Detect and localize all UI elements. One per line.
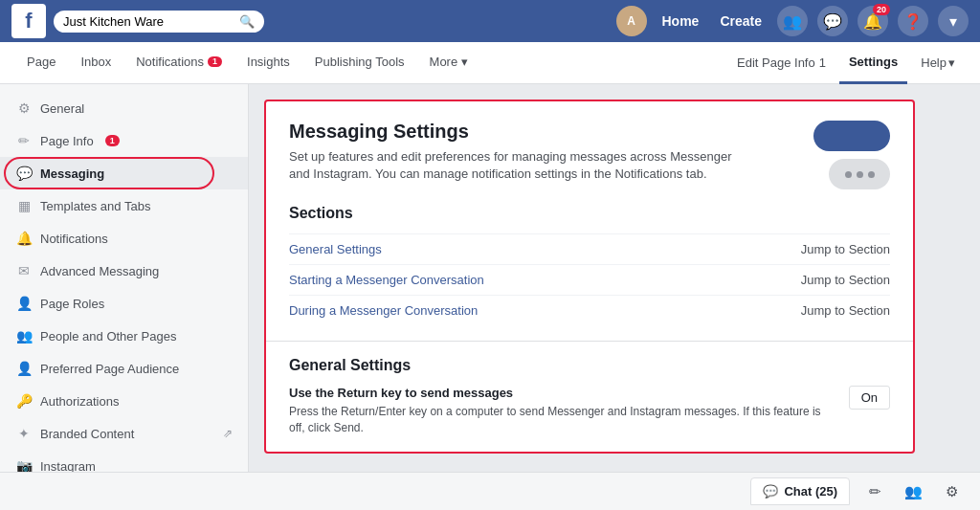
- gear-icon: ⚙: [15, 100, 33, 116]
- jump-starting-link[interactable]: Jump to Section: [801, 273, 890, 287]
- sidebar-item-label: Page Info: [40, 134, 94, 148]
- header-text: Messaging Settings Set up features and e…: [289, 121, 748, 183]
- friends-icon-btn[interactable]: 👥: [777, 6, 808, 36]
- messenger-icon-btn[interactable]: 💬: [817, 6, 848, 36]
- dot-3: [868, 171, 875, 178]
- nav-insights-label: Insights: [247, 55, 290, 68]
- footer-settings-icon-btn[interactable]: ⚙: [938, 478, 965, 505]
- page-nav-left: Page Inbox Notifications 1 Insights Publ…: [15, 42, 727, 84]
- page-nav-right: Edit Page Info 1 Settings Help ▾: [727, 42, 965, 84]
- sidebar-item-label: Messaging: [40, 166, 104, 181]
- nav-create[interactable]: Create: [714, 11, 768, 31]
- footer-edit-icon-btn[interactable]: ✏: [861, 478, 888, 505]
- jump-during-link[interactable]: Jump to Section: [801, 303, 890, 318]
- help-btn[interactable]: Help ▾: [911, 48, 965, 78]
- sidebar-item-label: Advanced Messaging: [40, 264, 159, 278]
- sidebar-item-notifications[interactable]: 🔔 Notifications: [0, 222, 248, 255]
- section-general-link[interactable]: General Settings: [289, 242, 382, 256]
- nav-page-label: Page: [27, 55, 56, 68]
- settings-btn[interactable]: Settings: [839, 42, 907, 84]
- notifications-icon-btn[interactable]: 🔔 20: [858, 6, 888, 36]
- nav-inbox[interactable]: Inbox: [69, 42, 122, 84]
- nav-page[interactable]: Page: [15, 42, 67, 84]
- setting-info: Use the Return key to send messages Pres…: [289, 386, 834, 436]
- question-mark-icon: ❓: [903, 12, 923, 31]
- page-navigation: Page Inbox Notifications 1 Insights Publ…: [0, 42, 980, 84]
- footer: 💬 Chat (25) ✏ 👥 ⚙: [0, 472, 980, 510]
- nav-insights[interactable]: Insights: [235, 42, 301, 84]
- sidebar-item-label: Page Roles: [40, 297, 104, 311]
- sidebar-item-branded-content[interactable]: ✦ Branded Content ⇗: [0, 417, 248, 450]
- chat-button[interactable]: 💬 Chat (25): [750, 477, 850, 505]
- notifications-nav-badge: 1: [208, 56, 222, 67]
- messaging-settings-description: Set up features and edit preferences for…: [289, 148, 748, 183]
- settings-label: Settings: [849, 55, 898, 69]
- edit-page-info-badge: 1: [819, 55, 826, 70]
- nav-inbox-label: Inbox: [80, 55, 111, 68]
- nav-notifications[interactable]: Notifications 1: [124, 42, 234, 84]
- branded-icon: ✦: [15, 426, 33, 441]
- page-icon: ✏: [15, 133, 33, 148]
- sidebar-item-label: General: [40, 101, 84, 116]
- sidebar-item-people[interactable]: 👥 People and Other Pages: [0, 320, 248, 352]
- help-icon-btn[interactable]: ❓: [898, 6, 928, 36]
- avatar[interactable]: A: [616, 6, 647, 36]
- sections-area: Sections General Settings Jump to Sectio…: [266, 189, 913, 342]
- messaging-settings-header: Messaging Settings Set up features and e…: [266, 101, 913, 189]
- nav-home[interactable]: Home: [657, 11, 705, 31]
- header-right-controls: [813, 121, 890, 189]
- notification-count-badge: 20: [873, 4, 890, 15]
- nav-publishing-tools[interactable]: Publishing Tools: [303, 42, 416, 84]
- chevron-down-icon: ▾: [949, 12, 957, 31]
- help-label: Help: [921, 55, 947, 70]
- nav-publishing-tools-label: Publishing Tools: [315, 55, 405, 68]
- dot-1: [845, 171, 852, 178]
- nav-more[interactable]: More ▾: [418, 42, 480, 84]
- search-bar[interactable]: 🔍: [54, 11, 264, 33]
- sidebar-item-page-roles[interactable]: 👤 Page Roles: [0, 287, 248, 320]
- messaging-settings-panel: Messaging Settings Set up features and e…: [264, 100, 915, 454]
- sidebar-item-preferred-audience[interactable]: 👤 Preferred Page Audience: [0, 352, 248, 385]
- section-during-link[interactable]: During a Messenger Conversation: [289, 303, 478, 318]
- dots-button[interactable]: [829, 159, 890, 189]
- edit-page-info-btn[interactable]: Edit Page Info 1: [727, 48, 835, 78]
- section-starting-link[interactable]: Starting a Messenger Conversation: [289, 273, 484, 287]
- sidebar-item-page-info[interactable]: ✏ Page Info 1: [0, 124, 248, 157]
- section-row-starting: Starting a Messenger Conversation Jump t…: [289, 264, 890, 295]
- edit-page-info-label: Edit Page Info: [737, 55, 815, 70]
- general-settings-area: General Settings Use the Return key to s…: [266, 342, 913, 452]
- sidebar-item-templates[interactable]: ▦ Templates and Tabs: [0, 189, 248, 222]
- messaging-icon: 💬: [15, 166, 33, 181]
- sidebar-item-messaging[interactable]: 💬 Messaging: [0, 157, 248, 189]
- audience-icon: 👤: [15, 361, 33, 376]
- content-area: Messaging Settings Set up features and e…: [249, 84, 980, 510]
- page-info-badge: 1: [105, 135, 120, 146]
- top-navigation: f 🔍 A Home Create 👥 💬 🔔 20 ❓ ▾: [0, 0, 980, 42]
- sidebar-item-general[interactable]: ⚙ General: [0, 92, 248, 124]
- external-link-icon: ⇗: [223, 427, 233, 440]
- search-input[interactable]: [63, 14, 234, 29]
- avatar-initials: A: [627, 14, 635, 28]
- chat-icon: 💬: [763, 484, 778, 499]
- account-icon-btn[interactable]: ▾: [938, 6, 969, 36]
- sidebar-item-advanced-messaging[interactable]: ✉ Advanced Messaging: [0, 255, 248, 287]
- toggle-button[interactable]: [813, 121, 890, 151]
- section-row-general: General Settings Jump to Section: [289, 233, 890, 264]
- nav-more-label: More: [430, 55, 458, 68]
- help-chevron-icon: ▾: [948, 55, 955, 70]
- on-button[interactable]: On: [849, 386, 890, 410]
- advanced-messaging-icon: ✉: [15, 263, 33, 278]
- bell-sidebar-icon: 🔔: [15, 231, 33, 246]
- sidebar-item-label: Notifications: [40, 232, 108, 246]
- sidebar-item-label: Authorizations: [40, 394, 119, 409]
- sidebar-item-authorizations[interactable]: 🔑 Authorizations: [0, 385, 248, 417]
- setting-label: Use the Return key to send messages: [289, 386, 834, 400]
- jump-general-link[interactable]: Jump to Section: [801, 242, 890, 256]
- friends-icon: 👥: [783, 12, 802, 31]
- setting-description: Press the Return/Enter key on a computer…: [289, 404, 834, 436]
- sidebar-item-label: Preferred Page Audience: [40, 362, 179, 376]
- nav-more-chevron-icon: ▾: [461, 55, 468, 68]
- nav-notifications-label: Notifications: [136, 55, 204, 68]
- nav-right: A Home Create 👥 💬 🔔 20 ❓ ▾: [616, 6, 969, 36]
- footer-people-icon-btn[interactable]: 👥: [900, 478, 926, 505]
